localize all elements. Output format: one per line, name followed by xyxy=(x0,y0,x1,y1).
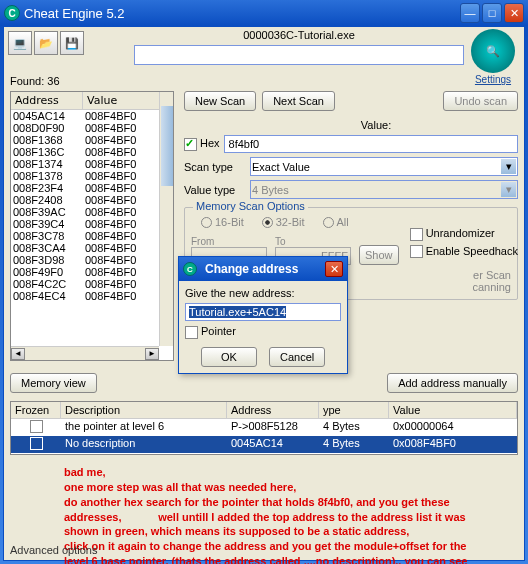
address-list-body[interactable]: 0045AC14008F4BF0008D0F90008F4BF0008F1368… xyxy=(11,110,173,360)
col-address[interactable]: Address xyxy=(11,92,83,109)
logo-area: 🔍 Settings xyxy=(468,29,518,89)
mso-title: Memory Scan Options xyxy=(193,200,308,212)
address-row[interactable]: 008F39AC008F4BF0 xyxy=(11,206,173,218)
col-value[interactable]: Value xyxy=(389,402,517,418)
found-address-list[interactable]: Address Value 0045AC14008F4BF0008D0F9000… xyxy=(10,91,174,361)
table-row[interactable]: the pointer at level 6P->008F51284 Bytes… xyxy=(11,419,517,436)
value-label: Value: xyxy=(234,119,518,131)
maximize-button[interactable]: □ xyxy=(482,3,502,23)
col-type[interactable]: ype xyxy=(319,402,389,418)
settings-link[interactable]: Settings xyxy=(475,74,511,85)
address-row[interactable]: 008F4C2C008F4BF0 xyxy=(11,278,173,290)
col-address[interactable]: Address xyxy=(227,402,319,418)
add-address-manually-button[interactable]: Add address manually xyxy=(387,373,518,393)
from-label: From xyxy=(191,236,267,247)
side-options: Unrandomizer Enable Speedhack xyxy=(410,227,518,258)
to-label: To xyxy=(275,236,351,247)
address-row[interactable]: 008F23F4008F4BF0 xyxy=(11,182,173,194)
address-row[interactable]: 008F3CA4008F4BF0 xyxy=(11,242,173,254)
chevron-down-icon: ▾ xyxy=(501,159,516,174)
address-row[interactable]: 008F39C4008F4BF0 xyxy=(11,218,173,230)
advanced-options[interactable]: Advanced options xyxy=(10,542,97,558)
unrandomizer-checkbox[interactable]: Unrandomizer xyxy=(410,227,518,241)
cheat-table[interactable]: Frozen Description Address ype Value the… xyxy=(10,401,518,455)
new-scan-button[interactable]: New Scan xyxy=(184,91,256,111)
address-row[interactable]: 008F2408008F4BF0 xyxy=(11,194,173,206)
pointer-checkbox[interactable]: Pointer xyxy=(185,325,236,337)
cheat-table-header: Frozen Description Address ype Value xyxy=(11,402,517,419)
scan-type-label: Scan type xyxy=(184,161,246,173)
show-button[interactable]: Show xyxy=(359,245,399,265)
cancel-button[interactable]: Cancel xyxy=(269,347,325,367)
scan-type-select[interactable]: Exact Value▾ xyxy=(250,157,518,176)
value-type-select[interactable]: 4 Bytes▾ xyxy=(250,180,518,199)
address-row[interactable]: 008F1374008F4BF0 xyxy=(11,158,173,170)
scroll-left-button[interactable]: ◄ xyxy=(11,348,25,360)
open-file-button[interactable]: 📂 xyxy=(34,31,58,55)
col-frozen[interactable]: Frozen xyxy=(11,402,61,418)
process-name: 0000036C-Tutorial.exe xyxy=(134,29,464,41)
col-description[interactable]: Description xyxy=(61,402,227,418)
address-input[interactable]: Tutorial.exe+5AC14 xyxy=(185,303,341,321)
minimize-button[interactable]: — xyxy=(460,3,480,23)
table-row[interactable]: No description0045AC144 Bytes0x008F4BF0 xyxy=(11,436,517,453)
radio-32bit[interactable]: 32-Bit xyxy=(262,216,305,228)
open-process-button[interactable]: 💻 xyxy=(8,31,32,55)
close-button[interactable]: ✕ xyxy=(504,3,524,23)
memory-view-button[interactable]: Memory view xyxy=(10,373,97,393)
scroll-thumb[interactable] xyxy=(161,106,173,186)
address-row[interactable]: 008D0F90008F4BF0 xyxy=(11,122,173,134)
check-icon xyxy=(184,138,197,151)
address-row[interactable]: 008F1368008F4BF0 xyxy=(11,134,173,146)
horizontal-scrollbar[interactable]: ◄ ► xyxy=(11,346,159,360)
progress-bar xyxy=(134,45,464,65)
address-list-header: Address Value xyxy=(11,92,173,110)
app-icon: C xyxy=(4,5,20,21)
dialog-title: Change address xyxy=(205,262,321,276)
ok-button[interactable]: OK xyxy=(201,347,257,367)
window-title: Cheat Engine 5.2 xyxy=(24,6,460,21)
value-input[interactable] xyxy=(224,135,518,153)
cheat-engine-logo: 🔍 xyxy=(471,29,515,73)
address-row[interactable]: 0045AC14008F4BF0 xyxy=(11,110,173,122)
next-scan-button[interactable]: Next Scan xyxy=(262,91,335,111)
titlebar: C Cheat Engine 5.2 — □ ✕ xyxy=(0,0,528,26)
hex-checkbox[interactable]: Hex xyxy=(184,137,220,151)
dialog-icon: C xyxy=(183,262,197,276)
dialog-titlebar[interactable]: C Change address ✕ xyxy=(179,257,347,281)
address-row[interactable]: 008F136C008F4BF0 xyxy=(11,146,173,158)
radio-16bit[interactable]: 16-Bit xyxy=(201,216,244,228)
change-address-dialog: C Change address ✕ Give the new address:… xyxy=(178,256,348,374)
dialog-prompt: Give the new address: xyxy=(185,287,341,299)
found-count: Found: 36 xyxy=(10,75,60,87)
scroll-right-button[interactable]: ► xyxy=(145,348,159,360)
address-row[interactable]: 008F3D98008F4BF0 xyxy=(11,254,173,266)
value-type-label: Value type xyxy=(184,184,246,196)
address-row[interactable]: 008F4EC4008F4BF0 xyxy=(11,290,173,302)
chevron-down-icon: ▾ xyxy=(501,182,516,197)
address-row[interactable]: 008F3C78008F4BF0 xyxy=(11,230,173,242)
address-row[interactable]: 008F1378008F4BF0 xyxy=(11,170,173,182)
speedhack-checkbox[interactable]: Enable Speedhack xyxy=(410,245,518,259)
save-button[interactable]: 💾 xyxy=(60,31,84,55)
address-row[interactable]: 008F49F0008F4BF0 xyxy=(11,266,173,278)
vertical-scrollbar[interactable] xyxy=(159,92,173,346)
tutorial-notes: bad me, one more step was all that was n… xyxy=(64,465,518,564)
radio-all[interactable]: All xyxy=(323,216,349,228)
dialog-close-button[interactable]: ✕ xyxy=(325,261,343,277)
undo-scan-button[interactable]: Undo scan xyxy=(443,91,518,111)
